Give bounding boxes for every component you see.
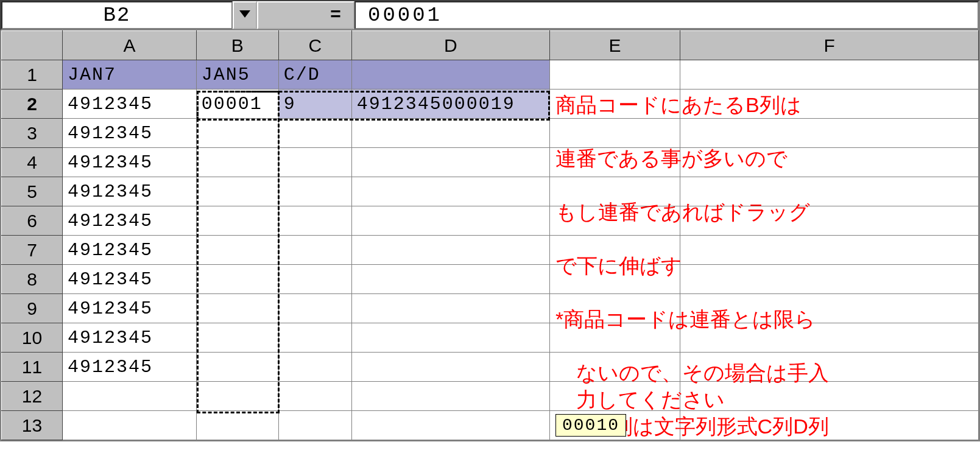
spreadsheet-grid: A B C D E F 1 JAN7 JAN5 C/D 2 4912345 00…	[0, 30, 980, 441]
cell-D10[interactable]	[351, 323, 549, 353]
cell-D2[interactable]: 4912345000019	[351, 90, 549, 119]
annot-line-6: ないので、その場合は手入	[555, 359, 829, 386]
formula-input[interactable]: 00001	[354, 1, 979, 29]
col-header-C[interactable]: C	[278, 31, 351, 60]
row-header-9[interactable]: 9	[2, 294, 63, 323]
cell-B13[interactable]	[196, 411, 278, 440]
cell-A6[interactable]: 4912345	[62, 206, 196, 236]
row-header-6[interactable]: 6	[2, 206, 63, 236]
cell-C10[interactable]	[278, 323, 351, 353]
row-header-10[interactable]: 10	[2, 323, 63, 353]
row-header-5[interactable]: 5	[2, 177, 63, 206]
cell-A13[interactable]	[62, 411, 196, 440]
cell-D1[interactable]	[351, 60, 549, 90]
cell-B1[interactable]: JAN5	[196, 60, 278, 90]
cell-A10[interactable]: 4912345	[62, 323, 196, 353]
cell-A3[interactable]: 4912345	[62, 119, 196, 148]
annot-line-7: 力してください	[555, 386, 829, 413]
row-header-12[interactable]: 12	[2, 382, 63, 411]
cell-D11[interactable]	[351, 353, 549, 382]
cell-C2[interactable]: 9	[278, 90, 351, 119]
cell-B12[interactable]	[196, 382, 278, 411]
cell-A7[interactable]: 4912345	[62, 236, 196, 265]
row-header-13[interactable]: 13	[2, 411, 63, 440]
cell-B11[interactable]	[196, 353, 278, 382]
annot-line-2: 連番である事が多いので	[555, 147, 788, 170]
cell-D4[interactable]	[351, 148, 549, 177]
row-header-11[interactable]: 11	[2, 353, 63, 382]
cell-D9[interactable]	[351, 294, 549, 323]
cell-C11[interactable]	[278, 353, 351, 382]
annot-line-5: *商品コードは連番とは限ら	[555, 307, 816, 331]
annot-line-3: もし連番であればドラッグ	[555, 200, 810, 223]
row-header-8[interactable]: 8	[2, 265, 63, 294]
cell-A2[interactable]: 4912345	[62, 90, 196, 119]
col-header-D[interactable]: D	[351, 31, 549, 60]
annotation-text: 商品コードにあたるB列は 連番である事が多いので もし連番であればドラッグ で下…	[555, 65, 829, 467]
cell-A4[interactable]: 4912345	[62, 148, 196, 177]
cell-D5[interactable]	[351, 177, 549, 206]
name-box[interactable]: B2	[1, 1, 233, 29]
cell-A9[interactable]: 4912345	[62, 294, 196, 323]
cell-C7[interactable]	[278, 236, 351, 265]
cell-C13[interactable]	[278, 411, 351, 440]
cell-A1[interactable]: JAN7	[62, 60, 196, 90]
cell-C9[interactable]	[278, 294, 351, 323]
cell-C3[interactable]	[278, 119, 351, 148]
name-box-dropdown[interactable]	[233, 1, 257, 29]
name-box-value: B2	[104, 4, 131, 27]
cell-C1[interactable]: C/D	[278, 60, 351, 90]
chevron-down-icon	[239, 10, 250, 21]
cell-D12[interactable]	[351, 382, 549, 411]
cell-C8[interactable]	[278, 265, 351, 294]
cell-D7[interactable]	[351, 236, 549, 265]
svg-marker-0	[239, 10, 250, 18]
cell-A8[interactable]: 4912345	[62, 265, 196, 294]
cell-A12[interactable]	[62, 382, 196, 411]
row-header-2[interactable]: 2	[2, 90, 63, 119]
col-header-B[interactable]: B	[196, 31, 278, 60]
cell-B2[interactable]: 00001	[196, 90, 278, 119]
annot-line-4: で下に伸ばす	[555, 254, 682, 277]
select-all-corner[interactable]	[2, 31, 63, 60]
equals-label: =	[330, 5, 341, 26]
row-header-3[interactable]: 3	[2, 119, 63, 148]
cell-B5[interactable]	[196, 177, 278, 206]
fill-tooltip-value: 00010	[562, 416, 619, 435]
cell-A11[interactable]: 4912345	[62, 353, 196, 382]
cell-C12[interactable]	[278, 382, 351, 411]
col-header-A[interactable]: A	[62, 31, 196, 60]
cell-C4[interactable]	[278, 148, 351, 177]
cell-B3[interactable]	[196, 119, 278, 148]
cell-B8[interactable]	[196, 265, 278, 294]
col-header-E[interactable]: E	[549, 31, 680, 60]
formula-bar: B2 = 00001	[0, 0, 980, 30]
cell-A5[interactable]: 4912345	[62, 177, 196, 206]
grid-table: A B C D E F 1 JAN7 JAN5 C/D 2 4912345 00…	[1, 30, 979, 440]
fill-tooltip: 00010	[555, 414, 626, 437]
cell-D8[interactable]	[351, 265, 549, 294]
formula-equals-button[interactable]: =	[257, 1, 354, 29]
cell-D3[interactable]	[351, 119, 549, 148]
cell-B10[interactable]	[196, 323, 278, 353]
annot-line-1: 商品コードにあたるB列は	[555, 93, 802, 116]
cell-D13[interactable]	[351, 411, 549, 440]
row-header-7[interactable]: 7	[2, 236, 63, 265]
row-header-4[interactable]: 4	[2, 148, 63, 177]
cell-D6[interactable]	[351, 206, 549, 236]
col-header-F[interactable]: F	[680, 31, 979, 60]
cell-B4[interactable]	[196, 148, 278, 177]
row-header-1[interactable]: 1	[2, 60, 63, 90]
formula-value: 00001	[368, 4, 442, 27]
cell-C5[interactable]	[278, 177, 351, 206]
cell-C6[interactable]	[278, 206, 351, 236]
cell-B9[interactable]	[196, 294, 278, 323]
cell-B7[interactable]	[196, 236, 278, 265]
cell-B6[interactable]	[196, 206, 278, 236]
